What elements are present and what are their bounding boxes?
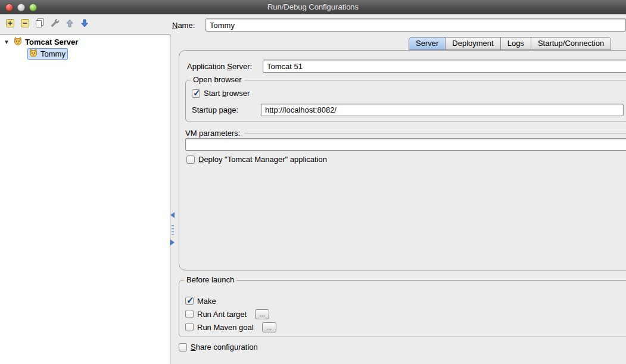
window-title: Run/Debug Configurations [0,0,626,14]
startup-page-label: Startup page: [192,105,238,114]
tomcat-icon [13,36,23,48]
tree-splitter [169,210,177,251]
remove-icon [20,18,30,29]
run-config-tree: ▼ Tomcat Server Tommy [0,34,170,364]
deploy-tomcat-manager-checkbox[interactable] [186,155,195,164]
run-ant-target-label[interactable]: Run Ant target [197,310,247,319]
tree-item-tomcat-server[interactable]: ▼ Tomcat Server [0,36,170,48]
application-server-combo[interactable] [263,60,626,73]
vm-parameters-label: VM parameters: [185,129,240,138]
tab-logs[interactable]: Logs [500,37,531,50]
make-label[interactable]: Make [197,297,216,306]
before-launch-group: Before launch Make Run Ant target ... Ru… [179,280,626,337]
name-label: Name: [172,21,195,30]
copy-configuration-button[interactable] [34,17,45,29]
splitter-collapse-left-icon[interactable] [170,212,175,218]
share-configuration-checkbox[interactable] [179,343,187,351]
run-maven-goal-label[interactable]: Run Maven goal [197,323,254,332]
run-maven-goal-checkbox[interactable] [185,323,194,331]
tab-startup-connection[interactable]: Startup/Connection [531,37,611,50]
run-ant-target-checkbox[interactable] [185,310,194,318]
tab-server[interactable]: Server [409,37,446,50]
move-up-button[interactable] [64,17,75,29]
make-checkbox[interactable] [185,297,194,305]
separator-line [244,133,626,133]
startup-page-input[interactable] [261,104,624,116]
zoom-button[interactable] [29,4,37,11]
configurations-toolbar [4,17,90,29]
splitter-grip[interactable] [172,225,174,235]
copy-icon [35,18,45,29]
arrow-down-icon [79,18,90,29]
titlebar: Run/Debug Configurations [0,0,626,14]
tab-deployment[interactable]: Deployment [445,37,500,50]
wrench-icon [49,18,60,29]
disclosure-triangle-icon[interactable]: ▼ [4,39,11,45]
move-down-button[interactable] [79,17,90,29]
add-configuration-button[interactable] [4,17,15,29]
tomcat-icon [29,48,38,60]
before-launch-group-title: Before launch [184,275,236,284]
open-browser-group: Open browser Start browser Startup page: [185,80,626,122]
splitter-expand-right-icon[interactable] [170,239,175,245]
tree-item-tommy[interactable]: Tommy [27,48,68,60]
tab-bar: Server Deployment Logs Startup/Connectio… [409,37,611,50]
run-debug-configurations-dialog: Run/Debug Configurations Name: [0,0,626,364]
open-browser-group-title: Open browser [191,75,244,84]
name-input[interactable] [205,18,626,32]
add-icon [5,18,15,29]
run-maven-goal-browse-button[interactable]: ... [262,322,276,332]
application-server-label: Application Server: [187,62,252,71]
tree-item-label[interactable]: Tomcat Server [25,38,78,46]
server-tab-panel: Application Server: Open browser Start b… [179,50,626,270]
deploy-tomcat-manager-label[interactable]: Deploy "Tomcat Manager" application [198,155,327,164]
share-configuration-label[interactable]: Share configuration [191,343,258,351]
tree-item-label[interactable]: Tommy [41,49,66,58]
arrow-up-icon [64,18,75,29]
vm-parameters-input[interactable] [185,138,626,151]
run-ant-target-browse-button[interactable]: ... [255,309,269,319]
minimize-button[interactable] [17,4,25,11]
start-browser-checkbox[interactable] [192,89,200,98]
start-browser-label[interactable]: Start browser [204,89,250,98]
remove-configuration-button[interactable] [19,17,30,29]
edit-defaults-button[interactable] [49,17,60,29]
close-button[interactable] [5,4,13,11]
